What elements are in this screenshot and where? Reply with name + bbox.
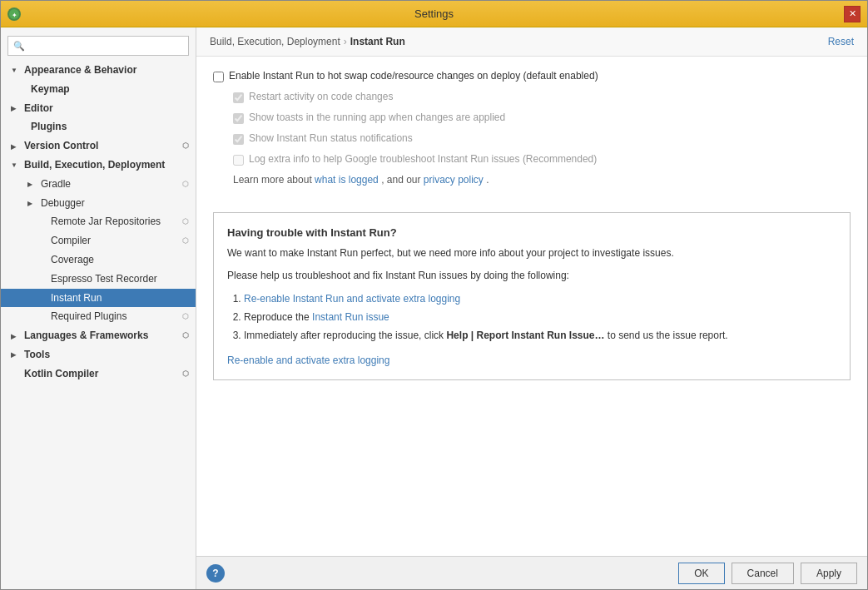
sidebar-item-gradle[interactable]: Gradle ⬡ xyxy=(1,175,196,194)
sidebar-item-tools[interactable]: Tools xyxy=(1,345,196,364)
breadcrumb-parent: Build, Execution, Deployment xyxy=(210,36,340,47)
show-notifications-row: Show Instant Run status notifications xyxy=(233,132,851,145)
show-toasts-row: Show toasts in the running app when chan… xyxy=(233,112,851,124)
sidebar-item-label: Remote Jar Repositories xyxy=(51,215,182,229)
chevron-right-icon xyxy=(11,349,21,360)
sidebar-item-label: Compiler xyxy=(51,234,182,248)
external-link-icon: ⬡ xyxy=(182,330,189,341)
learn-more-middle: , and our xyxy=(381,174,424,186)
step2-link[interactable]: Instant Run issue xyxy=(312,311,389,323)
external-link-icon: ⬡ xyxy=(182,179,189,190)
chevron-right-icon xyxy=(11,141,21,152)
restart-activity-row: Restart activity on code changes xyxy=(233,91,851,103)
window-title: Settings xyxy=(414,7,454,20)
trouble-steps: Re-enable Instant Run and activate extra… xyxy=(227,290,836,345)
apply-button[interactable]: Apply xyxy=(801,563,857,584)
trouble-step-3: Immediately after reproducing the issue,… xyxy=(244,327,836,345)
sidebar-item-languages-frameworks[interactable]: Languages & Frameworks ⬡ xyxy=(1,326,196,345)
sidebar-item-appearance-behavior[interactable]: Appearance & Behavior xyxy=(1,61,196,80)
sidebar-item-label: Appearance & Behavior xyxy=(24,63,189,77)
learn-more-prefix: Learn more about xyxy=(233,174,315,186)
trouble-text2: Please help us troubleshoot and fix Inst… xyxy=(227,268,836,284)
main-content: 🔍 Appearance & Behavior Keymap Editor Pl… xyxy=(1,27,867,589)
external-link-icon: ⬡ xyxy=(182,369,189,379)
step3-bold: Help | Report Instant Run Issue… xyxy=(446,330,604,341)
title-bar: ✦ Settings ✕ xyxy=(1,1,867,27)
action-buttons: OK Cancel Apply xyxy=(678,563,857,584)
app-icon: ✦ xyxy=(7,7,21,21)
chevron-right-icon xyxy=(11,102,21,114)
log-extra-checkbox[interactable] xyxy=(233,155,244,166)
trouble-text1: We want to make Instant Run perfect, but… xyxy=(227,245,836,261)
bottom-bar: ? OK Cancel Apply xyxy=(196,556,867,589)
enable-instant-run-row: Enable Instant Run to hot swap code/reso… xyxy=(213,70,851,82)
re-enable-link[interactable]: Re-enable and activate extra logging xyxy=(227,354,389,366)
search-icon: 🔍 xyxy=(13,41,25,52)
sidebar-item-build-execution[interactable]: Build, Execution, Deployment xyxy=(1,156,196,175)
what-is-logged-link[interactable]: what is logged xyxy=(315,174,379,186)
restart-activity-checkbox[interactable] xyxy=(233,92,244,103)
sidebar-item-debugger[interactable]: Debugger xyxy=(1,194,196,213)
sidebar-item-editor[interactable]: Editor xyxy=(1,99,196,118)
ok-button[interactable]: OK xyxy=(678,563,724,584)
sidebar-item-label: Required Plugins xyxy=(51,310,182,324)
window-controls: ✕ xyxy=(844,6,861,22)
sidebar-item-label: Build, Execution, Deployment xyxy=(24,158,189,172)
sidebar-item-coverage[interactable]: Coverage xyxy=(1,250,196,270)
reset-button[interactable]: Reset xyxy=(828,36,854,47)
trouble-step-1: Re-enable Instant Run and activate extra… xyxy=(244,290,836,309)
external-link-icon: ⬡ xyxy=(182,216,189,227)
breadcrumb: Build, Execution, Deployment › Instant R… xyxy=(196,27,867,57)
title-bar-left: ✦ xyxy=(7,7,21,21)
settings-window: ✦ Settings ✕ 🔍 Appearance & Behavior Key… xyxy=(0,0,868,590)
sidebar-item-compiler[interactable]: Compiler ⬡ xyxy=(1,231,196,250)
privacy-policy-link[interactable]: privacy policy xyxy=(424,174,484,186)
sidebar-item-label: Languages & Frameworks xyxy=(24,329,182,343)
external-link-icon: ⬡ xyxy=(182,311,189,322)
sidebar-item-label: Tools xyxy=(24,348,189,362)
search-input[interactable] xyxy=(28,40,183,52)
external-link-icon: ⬡ xyxy=(182,236,189,246)
chevron-down-icon xyxy=(11,159,21,171)
sidebar-item-label: Coverage xyxy=(51,253,189,267)
search-box[interactable]: 🔍 xyxy=(7,36,189,56)
step1-link[interactable]: Re-enable Instant Run and activate extra… xyxy=(244,293,460,305)
sidebar-item-version-control[interactable]: Version Control ⬡ xyxy=(1,136,196,156)
show-notifications-checkbox[interactable] xyxy=(233,134,244,145)
close-button[interactable]: ✕ xyxy=(844,6,861,22)
show-toasts-label: Show toasts in the running app when chan… xyxy=(249,112,505,123)
trouble-box: Having trouble with Instant Run? We want… xyxy=(213,212,851,380)
learn-more-suffix: . xyxy=(486,174,489,186)
restart-activity-label: Restart activity on code changes xyxy=(249,91,393,102)
sidebar-item-label: Instant Run xyxy=(51,291,189,305)
sidebar-item-plugins[interactable]: Plugins xyxy=(1,117,196,136)
sidebar-item-label: Version Control xyxy=(24,139,182,153)
breadcrumb-current: Instant Run xyxy=(350,36,405,47)
breadcrumb-path: Build, Execution, Deployment › Instant R… xyxy=(210,36,405,47)
enable-instant-run-checkbox[interactable] xyxy=(213,72,224,82)
sidebar-item-remote-jar[interactable]: Remote Jar Repositories ⬡ xyxy=(1,212,196,231)
sidebar: 🔍 Appearance & Behavior Keymap Editor Pl… xyxy=(1,27,196,589)
sidebar-item-label: Keymap xyxy=(31,82,189,97)
sidebar-item-instant-run[interactable]: Instant Run xyxy=(1,289,196,308)
chevron-right-icon xyxy=(27,197,37,209)
cancel-button[interactable]: Cancel xyxy=(732,563,794,584)
chevron-right-icon xyxy=(27,178,37,190)
show-toasts-checkbox[interactable] xyxy=(233,113,244,124)
external-link-icon: ⬡ xyxy=(182,141,189,151)
sidebar-item-espresso[interactable]: Espresso Test Recorder xyxy=(1,270,196,289)
breadcrumb-arrow: › xyxy=(344,36,347,47)
sidebar-item-keymap[interactable]: Keymap xyxy=(1,80,196,99)
help-button[interactable]: ? xyxy=(206,564,225,583)
sidebar-item-kotlin-compiler[interactable]: Kotlin Compiler ⬡ xyxy=(1,364,196,384)
chevron-down-icon xyxy=(11,64,21,76)
sidebar-item-label: Debugger xyxy=(41,196,189,211)
trouble-step-2: Reproduce the Instant Run issue xyxy=(244,309,836,327)
show-notifications-label: Show Instant Run status notifications xyxy=(249,132,413,144)
settings-content: Enable Instant Run to hot swap code/reso… xyxy=(196,57,867,556)
enable-instant-run-label: Enable Instant Run to hot swap code/reso… xyxy=(229,70,598,82)
sub-checkboxes: Restart activity on code changes Show to… xyxy=(213,91,851,166)
sidebar-item-label: Espresso Test Recorder xyxy=(51,272,189,286)
chevron-right-icon xyxy=(11,330,21,342)
sidebar-item-required-plugins[interactable]: Required Plugins ⬡ xyxy=(1,307,196,326)
